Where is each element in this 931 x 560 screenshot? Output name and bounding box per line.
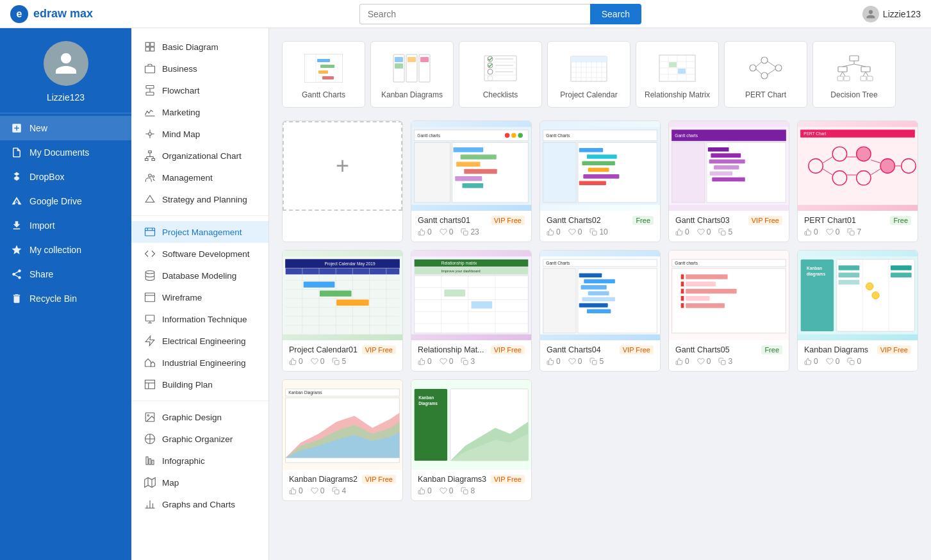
- left-panel-item-building-plan[interactable]: Building Plan: [131, 374, 268, 395]
- pert-chart-label: PERT Chart: [745, 90, 786, 99]
- template-info-gantt01: Gantt charts01 VIP Free 0 0: [411, 211, 531, 242]
- svg-rect-127: [453, 147, 483, 152]
- info-tech-label: Information Technique: [162, 315, 247, 324]
- sidebar-item-my-collection[interactable]: My collection: [0, 238, 131, 262]
- template-card-kanban01[interactable]: Kanban diagrams: [797, 250, 918, 372]
- sidebar-item-google-drive[interactable]: Google Drive: [0, 189, 131, 213]
- sidebar-item-import[interactable]: Import: [0, 213, 131, 238]
- sidebar-item-recycle-bin[interactable]: Recycle Bin: [0, 286, 131, 311]
- sidebar-item-share[interactable]: Share: [0, 262, 131, 286]
- svg-rect-154: [714, 165, 739, 170]
- left-panel-item-strategy[interactable]: Strategy and Planning: [131, 188, 268, 210]
- left-panel-item-graphic-design[interactable]: Graphic Design: [131, 406, 268, 428]
- template-stats-gantt01: 0 0 23: [418, 227, 525, 236]
- left-panel-item-marketing[interactable]: Marketing: [131, 101, 268, 123]
- left-panel-item-basic-diagram[interactable]: Basic Diagram: [131, 36, 268, 58]
- trash-icon: [10, 292, 23, 305]
- svg-rect-64: [420, 57, 429, 62]
- template-thumb-gantt01: Gantt charts: [411, 121, 531, 211]
- template-card-kanban02[interactable]: Kanban Diagrams Kanban Diagrams2 VIP Fre…: [282, 379, 403, 501]
- category-card-gantt-charts[interactable]: Gantt Charts: [282, 41, 365, 108]
- left-panel: Basic Diagram Business Flowchart Marketi…: [131, 28, 269, 560]
- left-panel-divider-1: [131, 215, 268, 216]
- svg-rect-232: [686, 281, 716, 286]
- svg-rect-128: [461, 154, 497, 159]
- search-button[interactable]: Search: [590, 4, 641, 24]
- project-management-label: Project Management: [162, 227, 242, 237]
- category-card-checklists[interactable]: Checklists: [459, 41, 542, 108]
- template-info-gantt05: Gantt Charts05 Free 0 0: [669, 340, 789, 371]
- likes-pert01: 0: [804, 227, 818, 236]
- template-card-gantt03[interactable]: Gantt charts Gantt Charts03 VIP: [668, 120, 789, 242]
- left-panel-item-flowchart[interactable]: Flowchart: [131, 79, 268, 101]
- left-panel-item-database[interactable]: Database Modeling: [131, 265, 268, 286]
- category-card-decision-tree[interactable]: Decision Tree: [812, 41, 896, 108]
- left-panel-item-software-dev[interactable]: Software Development: [131, 243, 268, 265]
- search-input[interactable]: [359, 4, 590, 24]
- category-card-pert-chart[interactable]: PERT Chart: [724, 41, 807, 108]
- template-info-calendar01: Project Calendar01 VIP Free 0 0: [283, 340, 402, 371]
- left-panel-item-management[interactable]: Management: [131, 167, 268, 188]
- left-panel-item-graphs-charts[interactable]: Graphs and Charts: [131, 493, 268, 515]
- business-label: Business: [162, 64, 197, 74]
- pert-chart-icon: [746, 52, 785, 84]
- template-card-pert01[interactable]: PERT Chart: [797, 120, 918, 242]
- left-panel-item-electrical[interactable]: Electrical Engineering: [131, 330, 268, 352]
- template-card-gantt04[interactable]: Gantt Charts Gantt Charts04: [540, 250, 661, 372]
- relationship-matrix-icon: [658, 52, 696, 84]
- sidebar-item-dropbox[interactable]: DropBox: [0, 165, 131, 189]
- svg-rect-230: [686, 274, 727, 279]
- svg-rect-249: [839, 280, 860, 284]
- strategy-label: Strategy and Planning: [162, 195, 247, 204]
- template-badge-relationship01: VIP Free: [491, 345, 525, 354]
- likes-kanban01: 0: [804, 357, 818, 366]
- template-name-kanban02: Kanban Diagrams2: [289, 475, 358, 484]
- template-card-calendar01[interactable]: Project Calendar May 2019: [282, 250, 403, 372]
- hearts-gantt05: 0: [697, 357, 711, 366]
- wireframe-label: Wireframe: [162, 293, 202, 302]
- sidebar-item-new[interactable]: New: [0, 116, 131, 140]
- svg-rect-116: [844, 76, 850, 81]
- software-dev-label: Software Development: [162, 249, 250, 259]
- likes-gantt05: 0: [675, 357, 689, 366]
- template-card-kanban03[interactable]: Kanban Diagrams Kanban Diagrams3 VIP Fre…: [411, 379, 532, 501]
- left-panel-item-map[interactable]: Map: [131, 472, 268, 493]
- template-name-kanban03: Kanban Diagrams3: [418, 475, 486, 484]
- svg-rect-96: [678, 69, 686, 74]
- left-panel-item-project-management[interactable]: Project Management: [131, 221, 268, 243]
- left-panel-item-infographic[interactable]: Infographic: [131, 450, 268, 472]
- left-panel-item-industrial[interactable]: Industrial Engineering: [131, 352, 268, 374]
- hearts-gantt03: 0: [697, 227, 711, 236]
- left-panel-item-mind-map[interactable]: Mind Map: [131, 123, 268, 145]
- left-panel-item-graphic-organizer[interactable]: Graphic Organizer: [131, 428, 268, 450]
- svg-rect-109: [838, 67, 847, 72]
- new-template-card[interactable]: +: [282, 120, 403, 242]
- likes-kanban02: 0: [289, 486, 303, 495]
- template-card-gantt02[interactable]: Gantt Charts Gantt Charts02 Free: [540, 120, 661, 242]
- basic-diagram-label: Basic Diagram: [162, 42, 218, 52]
- left-panel-item-info-tech[interactable]: Information Technique: [131, 308, 268, 330]
- template-thumb-gantt03: Gantt charts: [669, 121, 789, 211]
- left-panel-item-org-chart[interactable]: Organizational Chart: [131, 145, 268, 167]
- svg-rect-62: [395, 63, 403, 69]
- user-menu[interactable]: Lizzie123: [862, 6, 921, 22]
- template-stats-calendar01: 0 0 5: [289, 357, 396, 366]
- template-stats-relationship01: 0 0 3: [418, 357, 525, 366]
- svg-marker-45: [145, 478, 156, 488]
- svg-line-111: [840, 72, 843, 76]
- template-stats-kanban01: 0 0 0: [804, 357, 911, 366]
- share-icon: [10, 268, 23, 281]
- sidebar-item-my-documents[interactable]: My Documents: [0, 140, 131, 165]
- kanban-diagrams-label: Kanban Diagrams: [381, 90, 443, 99]
- template-card-gantt01[interactable]: Gantt charts: [411, 120, 532, 242]
- template-stats-gantt04: 0 0 5: [547, 357, 654, 366]
- template-thumb-gantt05: Gantt charts: [669, 251, 789, 340]
- svg-rect-224: [593, 361, 597, 365]
- category-card-kanban-diagrams[interactable]: Kanban Diagrams: [370, 41, 454, 108]
- template-card-relationship01[interactable]: Relationship matrix Improve your dashboa…: [411, 250, 532, 372]
- left-panel-item-wireframe[interactable]: Wireframe: [131, 286, 268, 308]
- category-card-relationship-matrix[interactable]: Relationship Matrix: [636, 41, 719, 108]
- template-card-gantt05[interactable]: Gantt charts: [668, 250, 789, 372]
- left-panel-item-business[interactable]: Business: [131, 58, 268, 79]
- category-card-project-calendar[interactable]: Project Calendar: [547, 41, 630, 108]
